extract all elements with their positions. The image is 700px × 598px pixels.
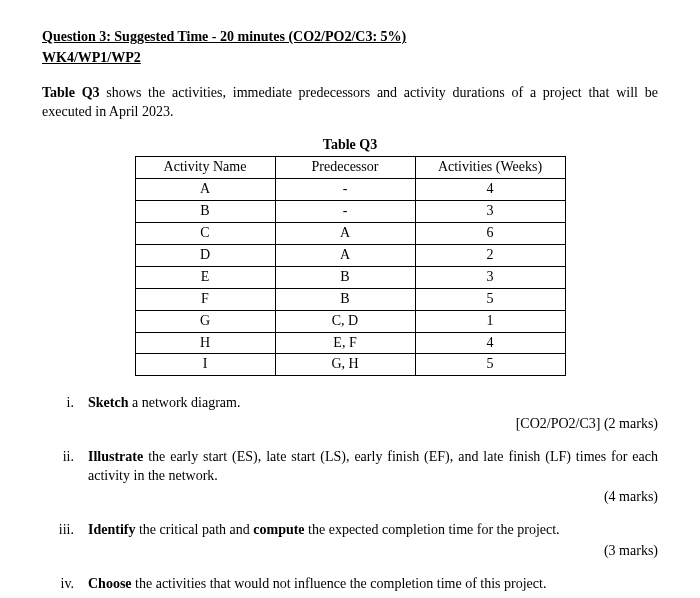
cell-name: B (135, 201, 275, 223)
activity-table: Activity Name Predecessor Activities (We… (135, 156, 566, 376)
cell-name: I (135, 354, 275, 376)
intro-paragraph: Table Q3 shows the activities, immediate… (42, 84, 658, 122)
part-iv: iv. Choose the activities that would not… (42, 575, 658, 598)
cell-pred: - (275, 201, 415, 223)
question-parts: i. Sketch a network diagram. [CO2/PO2/C3… (42, 394, 658, 598)
cell-pred: C, D (275, 310, 415, 332)
th-predecessor: Predecessor (275, 157, 415, 179)
table-row: FB5 (135, 288, 565, 310)
cell-pred: A (275, 245, 415, 267)
part-ii-marks: (4 marks) (88, 488, 658, 507)
question-codes: WK4/WP1/WP2 (42, 49, 658, 68)
cell-name: H (135, 332, 275, 354)
roman-ii: ii. (42, 448, 88, 507)
cell-dur: 6 (415, 223, 565, 245)
part-iv-rest: the activities that would not influence … (132, 576, 547, 591)
th-duration: Activities (Weeks) (415, 157, 565, 179)
part-i-content: Sketch a network diagram. [CO2/PO2/C3] (… (88, 394, 658, 434)
cell-pred: A (275, 223, 415, 245)
table-row: DA2 (135, 245, 565, 267)
cell-name: F (135, 288, 275, 310)
part-iii: iii. Identify the critical path and comp… (42, 521, 658, 561)
part-iii-content: Identify the critical path and compute t… (88, 521, 658, 561)
roman-i: i. (42, 394, 88, 434)
cell-pred: G, H (275, 354, 415, 376)
table-header-row: Activity Name Predecessor Activities (We… (135, 157, 565, 179)
table-row: GC, D1 (135, 310, 565, 332)
part-iii-bold2: compute (253, 522, 304, 537)
cell-dur: 1 (415, 310, 565, 332)
cell-dur: 3 (415, 201, 565, 223)
part-ii-rest: the early start (ES), late start (LS), e… (88, 449, 658, 483)
table-container: Table Q3 Activity Name Predecessor Activ… (42, 136, 658, 377)
table-row: EB3 (135, 266, 565, 288)
part-iv-bold: Choose (88, 576, 132, 591)
question-header: Question 3: Suggested Time - 20 minutes … (42, 28, 658, 47)
cell-name: A (135, 179, 275, 201)
cell-dur: 3 (415, 266, 565, 288)
part-iii-marks: (3 marks) (88, 542, 658, 561)
cell-dur: 2 (415, 245, 565, 267)
cell-pred: E, F (275, 332, 415, 354)
cell-pred: B (275, 266, 415, 288)
roman-iii: iii. (42, 521, 88, 561)
table-row: CA6 (135, 223, 565, 245)
cell-dur: 5 (415, 354, 565, 376)
part-i-rest: a network diagram. (128, 395, 240, 410)
part-iii-mid: the critical path and (135, 522, 253, 537)
part-ii: ii. Illustrate the early start (ES), lat… (42, 448, 658, 507)
cell-name: D (135, 245, 275, 267)
cell-pred: B (275, 288, 415, 310)
cell-name: G (135, 310, 275, 332)
part-i-bold: Sketch (88, 395, 128, 410)
th-activity-name: Activity Name (135, 157, 275, 179)
part-ii-bold: Illustrate (88, 449, 143, 464)
cell-dur: 5 (415, 288, 565, 310)
part-ii-content: Illustrate the early start (ES), late st… (88, 448, 658, 507)
table-row: A-4 (135, 179, 565, 201)
part-iv-content: Choose the activities that would not inf… (88, 575, 658, 598)
cell-dur: 4 (415, 332, 565, 354)
intro-rest: shows the activities, immediate predeces… (42, 85, 658, 119)
cell-dur: 4 (415, 179, 565, 201)
part-i-marks: [CO2/PO2/C3] (2 marks) (88, 415, 658, 434)
roman-iv: iv. (42, 575, 88, 598)
cell-pred: - (275, 179, 415, 201)
part-i: i. Sketch a network diagram. [CO2/PO2/C3… (42, 394, 658, 434)
table-title: Table Q3 (323, 136, 377, 155)
cell-name: C (135, 223, 275, 245)
cell-name: E (135, 266, 275, 288)
table-row: HE, F4 (135, 332, 565, 354)
part-iii-bold1: Identify (88, 522, 135, 537)
intro-bold: Table Q3 (42, 85, 100, 100)
table-row: B-3 (135, 201, 565, 223)
table-row: IG, H5 (135, 354, 565, 376)
part-iii-rest: the expected completion time for the pro… (305, 522, 560, 537)
